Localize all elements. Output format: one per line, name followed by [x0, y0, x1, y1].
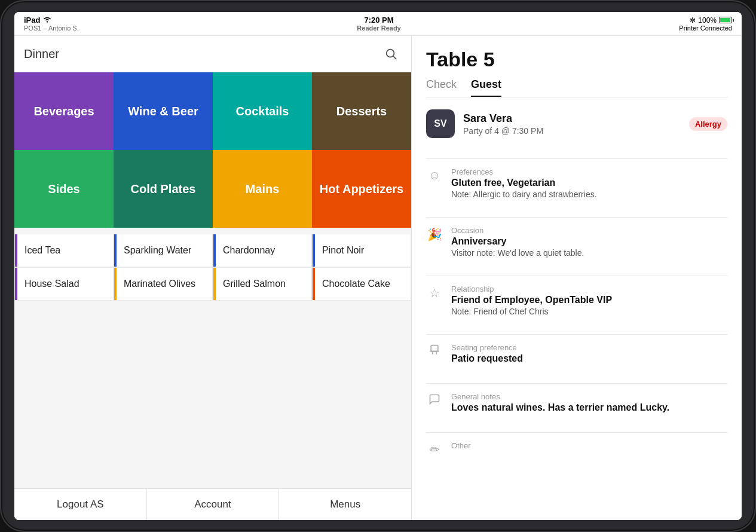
- items-section: Iced Tea Sparkling Water Chardonnay Pino…: [14, 234, 411, 301]
- notes-main: Loves natural wines. Has a terrier named…: [451, 402, 727, 413]
- item-sparkling-water[interactable]: Sparkling Water: [114, 234, 213, 267]
- guest-party: Party of 4 @ 7:30 PM: [463, 126, 681, 136]
- battery-icon: [719, 17, 732, 23]
- seating-icon: [426, 344, 443, 365]
- allergy-badge: Allergy: [689, 117, 727, 131]
- guest-info: Sara Vera Party of 4 @ 7:30 PM: [463, 112, 681, 136]
- time: 7:20 PM: [357, 16, 400, 25]
- status-center: 7:20 PM Reader Ready: [357, 16, 400, 32]
- preferences-label: Preferences: [451, 167, 727, 176]
- other-row: ✏ Other: [426, 441, 727, 457]
- svg-rect-2: [431, 346, 438, 351]
- divider-3: [426, 276, 727, 276]
- bottom-nav: Logout AS Account Menus: [14, 488, 411, 520]
- svg-point-0: [387, 50, 394, 57]
- guest-card: SV Sara Vera Party of 4 @ 7:30 PM Allerg…: [426, 109, 727, 138]
- reader-status: Reader Ready: [357, 25, 400, 32]
- preferences-icon: ☺: [426, 169, 443, 199]
- status-left: iPad POS1 – Antonio S.: [24, 16, 79, 32]
- items-grid: Iced Tea Sparkling Water Chardonnay Pino…: [14, 234, 411, 301]
- svg-line-1: [393, 56, 396, 59]
- bluetooth-icon: ✻: [690, 16, 696, 25]
- logout-button[interactable]: Logout AS: [14, 489, 147, 520]
- cat-desserts[interactable]: Desserts: [312, 72, 411, 150]
- battery-percent: 100%: [698, 16, 717, 25]
- relationship-label: Relationship: [451, 285, 727, 293]
- device-info: iPad: [24, 16, 79, 25]
- menu-label: Dinner: [24, 47, 59, 61]
- status-right: ✻ 100% Printer Connected: [679, 16, 732, 32]
- relationship-content: Relationship Friend of Employee, OpenTab…: [451, 285, 727, 316]
- wifi-icon: [42, 16, 52, 25]
- item-chocolate-cake[interactable]: Chocolate Cake: [312, 267, 411, 301]
- divider-6: [426, 432, 727, 433]
- account-button[interactable]: Account: [147, 489, 280, 520]
- preferences-content: Preferences Gluten free, Vegetarian Note…: [451, 167, 727, 199]
- preferences-row: ☺ Preferences Gluten free, Vegetarian No…: [426, 167, 727, 199]
- other-label: Other: [451, 441, 727, 450]
- cat-sides[interactable]: Sides: [14, 150, 114, 228]
- occasion-row: 🎉 Occasion Anniversary Visitor note: We'…: [426, 226, 727, 258]
- ipad-screen: iPad POS1 – Antonio S. 7:20 PM Reader Re…: [14, 12, 742, 520]
- divider-1: [426, 158, 727, 159]
- occasion-note: Visitor note: We'd love a quiet table.: [451, 248, 727, 258]
- left-panel: Dinner Beverages Wine & Beer Cocktails D…: [14, 36, 412, 520]
- seating-label: Seating preference: [451, 343, 727, 352]
- avatar: SV: [426, 109, 455, 138]
- notes-icon: [426, 393, 443, 414]
- search-bar: Dinner: [14, 36, 411, 72]
- preferences-note: Note: Allergic to dairy and strawberries…: [451, 189, 727, 199]
- divider-5: [426, 383, 727, 384]
- cat-cocktails[interactable]: Cocktails: [213, 72, 312, 150]
- relationship-note: Note: Friend of Chef Chris: [451, 307, 727, 316]
- item-pinot-noir[interactable]: Pinot Noir: [312, 234, 411, 267]
- notes-content: General notes Loves natural wines. Has a…: [451, 392, 727, 414]
- device-name: iPad: [24, 16, 40, 25]
- notes-label: General notes: [451, 392, 727, 401]
- item-marinated-olives[interactable]: Marinated Olives: [114, 267, 213, 301]
- category-grid: Beverages Wine & Beer Cocktails Desserts…: [14, 72, 411, 228]
- tab-guest[interactable]: Guest: [471, 78, 501, 97]
- search-button[interactable]: [380, 43, 402, 65]
- status-bar: iPad POS1 – Antonio S. 7:20 PM Reader Re…: [14, 12, 742, 36]
- items-area: Iced Tea Sparkling Water Chardonnay Pino…: [14, 228, 411, 488]
- right-panel: Table 5 Check Guest SV Sara Vera Party o…: [412, 36, 742, 520]
- guest-name: Sara Vera: [463, 112, 681, 125]
- table-title: Table 5: [426, 48, 727, 71]
- relationship-icon: ☆: [426, 286, 443, 316]
- occasion-main: Anniversary: [451, 236, 727, 247]
- seating-main: Patio requested: [451, 353, 727, 364]
- battery-fill: [720, 18, 730, 22]
- tab-check[interactable]: Check: [426, 78, 457, 97]
- occasion-icon: 🎉: [426, 227, 443, 258]
- main-content: Dinner Beverages Wine & Beer Cocktails D…: [14, 36, 742, 520]
- cat-wine[interactable]: Wine & Beer: [114, 72, 213, 150]
- cat-beverages[interactable]: Beverages: [14, 72, 114, 150]
- pos-info: POS1 – Antonio S.: [24, 25, 79, 32]
- menus-button[interactable]: Menus: [279, 489, 411, 520]
- other-icon: ✏: [426, 442, 443, 457]
- item-house-salad[interactable]: House Salad: [14, 267, 114, 301]
- tabs-row: Check Guest: [426, 78, 727, 97]
- seating-content: Seating preference Patio requested: [451, 343, 727, 365]
- relationship-main: Friend of Employee, OpenTable VIP: [451, 295, 727, 305]
- notes-row: General notes Loves natural wines. Has a…: [426, 392, 727, 414]
- relationship-row: ☆ Relationship Friend of Employee, OpenT…: [426, 285, 727, 316]
- ipad-frame: iPad POS1 – Antonio S. 7:20 PM Reader Re…: [0, 0, 756, 532]
- occasion-content: Occasion Anniversary Visitor note: We'd …: [451, 226, 727, 258]
- preferences-main: Gluten free, Vegetarian: [451, 178, 727, 188]
- seating-row: Seating preference Patio requested: [426, 343, 727, 365]
- cat-mains[interactable]: Mains: [213, 150, 312, 228]
- printer-status: Printer Connected: [679, 25, 732, 32]
- divider-4: [426, 334, 727, 335]
- cat-hot-appetizers[interactable]: Hot Appetizers: [312, 150, 411, 228]
- cat-cold-plates[interactable]: Cold Plates: [114, 150, 213, 228]
- item-chardonnay[interactable]: Chardonnay: [213, 234, 312, 267]
- item-iced-tea[interactable]: Iced Tea: [14, 234, 114, 267]
- other-content: Other: [451, 441, 727, 457]
- occasion-label: Occasion: [451, 226, 727, 235]
- battery-row: ✻ 100%: [690, 16, 732, 25]
- divider-2: [426, 217, 727, 218]
- item-grilled-salmon[interactable]: Grilled Salmon: [213, 267, 312, 301]
